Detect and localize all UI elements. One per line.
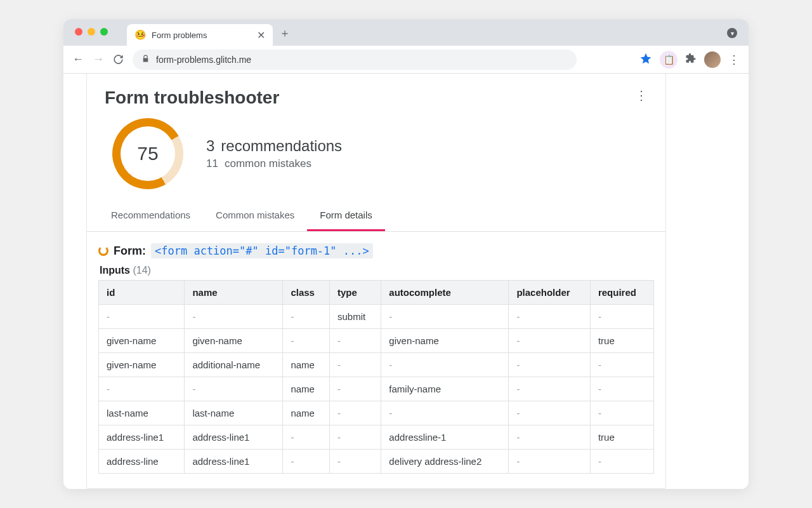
- cell-name: last-name: [185, 401, 283, 425]
- table-row: last-namelast-namename----: [99, 401, 654, 425]
- bookmark-star-icon[interactable]: [639, 52, 652, 67]
- cell-type: -: [329, 401, 381, 425]
- mistakes-label: common mistakes: [225, 157, 311, 170]
- troubleshooter-panel: Form troubleshooter ⋮ 75 3recommendation…: [86, 74, 666, 489]
- cell-id: given-name: [99, 329, 185, 353]
- form-details-body: Form: <form action="#" id="form-1" ...> …: [87, 232, 665, 488]
- inputs-heading: Inputs (14): [100, 265, 654, 276]
- maximize-window-button[interactable]: [100, 28, 108, 36]
- cell-type: -: [329, 377, 381, 401]
- cell-autocomplete: family-name: [381, 377, 509, 401]
- close-window-button[interactable]: [75, 28, 82, 36]
- table-row: given-nameadditional-namename----: [99, 353, 654, 377]
- cell-required: -: [590, 377, 653, 401]
- cell-class: -: [283, 329, 330, 353]
- mistakes-count: 11: [206, 157, 218, 170]
- cell-name: given-name: [185, 329, 283, 353]
- minimize-window-button[interactable]: [88, 28, 95, 36]
- cell-name: address-line1: [185, 425, 283, 450]
- summary-section: 75 3recommendations 11common mistakes: [87, 114, 665, 201]
- toolbar-actions: 📋 ⋮: [639, 51, 740, 69]
- cell-type: -: [329, 450, 381, 474]
- cell-autocomplete: -: [381, 305, 509, 329]
- cell-placeholder: -: [509, 329, 590, 353]
- tab-title: Form problems: [152, 30, 207, 40]
- cell-class: name: [283, 377, 330, 401]
- cell-id: given-name: [99, 353, 185, 377]
- col-class: class: [283, 281, 330, 305]
- tab-common-mistakes[interactable]: Common mistakes: [203, 201, 307, 231]
- cell-type: -: [329, 353, 381, 377]
- cell-required: true: [590, 425, 653, 450]
- tab-strip: 🤒 Form problems ✕ ＋ ▾: [63, 19, 749, 46]
- form-code-chip: <form action="#" id="form-1" ...>: [151, 243, 373, 258]
- cell-autocomplete: addressline-1: [381, 425, 509, 450]
- cell-id: address-line: [99, 450, 185, 474]
- cell-name: additional-name: [185, 353, 283, 377]
- recommendations-label: recommendations: [221, 137, 342, 154]
- score-ring: 75: [100, 105, 197, 203]
- cell-name: address-line1: [185, 450, 283, 474]
- summary-text: 3recommendations 11common mistakes: [206, 137, 342, 170]
- recommendations-count: 3: [206, 137, 214, 154]
- back-button[interactable]: ←: [72, 53, 84, 66]
- cell-class: -: [283, 425, 330, 450]
- profile-avatar[interactable]: [704, 51, 721, 68]
- cell-required: -: [590, 305, 653, 329]
- form-header-row: Form: <form action="#" id="form-1" ...>: [98, 243, 654, 258]
- col-type: type: [329, 281, 381, 305]
- panel-tabs: Recommendations Common mistakes Form det…: [87, 201, 665, 232]
- lock-icon: [141, 55, 150, 65]
- extension-badge-icon[interactable]: 📋: [660, 51, 678, 69]
- tab-favicon: 🤒: [134, 29, 147, 41]
- url-text: form-problems.glitch.me: [156, 55, 251, 65]
- cell-required: -: [590, 450, 653, 474]
- cell-placeholder: -: [509, 353, 590, 377]
- browser-menu-icon[interactable]: ⋮: [728, 53, 740, 67]
- cell-id: last-name: [99, 401, 185, 425]
- cell-class: name: [283, 401, 330, 425]
- table-row: --name-family-name--: [99, 377, 654, 401]
- table-row: address-line1address-line1--addressline-…: [99, 425, 654, 450]
- cell-required: true: [590, 329, 653, 353]
- cell-autocomplete: -: [381, 401, 509, 425]
- table-row: ---submit---: [99, 305, 654, 329]
- cell-placeholder: -: [509, 450, 590, 474]
- form-label: Form:: [114, 244, 146, 258]
- tab-form-details[interactable]: Form details: [307, 201, 385, 231]
- reload-button[interactable]: [113, 54, 124, 65]
- table-row: given-namegiven-name--given-name-true: [99, 329, 654, 353]
- cell-placeholder: -: [509, 401, 590, 425]
- browser-tab[interactable]: 🤒 Form problems ✕: [127, 24, 273, 46]
- new-tab-button[interactable]: ＋: [279, 25, 291, 41]
- tab-recommendations[interactable]: Recommendations: [98, 201, 203, 231]
- table-row: address-lineaddress-line1--delivery addr…: [99, 450, 654, 474]
- page-content: Form troubleshooter ⋮ 75 3recommendation…: [63, 74, 749, 489]
- panel-menu-icon[interactable]: ⋮: [635, 88, 648, 103]
- address-bar[interactable]: form-problems.glitch.me: [133, 50, 577, 70]
- window-controls: [75, 28, 108, 36]
- cell-placeholder: -: [509, 377, 590, 401]
- table-header-row: id name class type autocomplete placehol…: [99, 281, 654, 305]
- tab-list-button[interactable]: ▾: [727, 28, 737, 38]
- cell-id: -: [99, 377, 185, 401]
- cell-type: -: [329, 425, 381, 450]
- extensions-icon[interactable]: [685, 53, 697, 67]
- cell-required: -: [590, 401, 653, 425]
- cell-autocomplete: given-name: [381, 329, 509, 353]
- cell-type: -: [329, 329, 381, 353]
- loading-spinner-icon: [98, 246, 108, 256]
- cell-type: submit: [329, 305, 381, 329]
- cell-id: -: [99, 305, 185, 329]
- close-tab-icon[interactable]: ✕: [257, 29, 265, 41]
- cell-class: name: [283, 353, 330, 377]
- col-name: name: [185, 281, 283, 305]
- cell-name: -: [185, 305, 283, 329]
- score-value: 75: [121, 126, 175, 181]
- cell-placeholder: -: [509, 305, 590, 329]
- browser-window: 🤒 Form problems ✕ ＋ ▾ ← → form-problems.…: [63, 19, 749, 489]
- cell-class: -: [283, 450, 330, 474]
- forward-button[interactable]: →: [93, 53, 104, 66]
- col-autocomplete: autocomplete: [381, 281, 509, 305]
- cell-required: -: [590, 353, 653, 377]
